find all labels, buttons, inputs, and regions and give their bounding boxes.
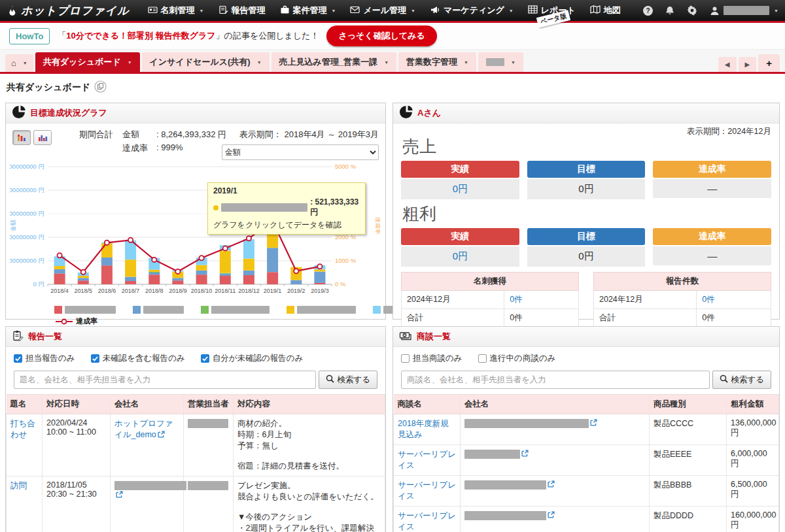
stat-card-header[interactable]: 達成率 [653,161,771,178]
stat-card-value[interactable]: 0円 [401,179,519,199]
nav-item-1[interactable]: 名刺管理▼ [148,5,204,16]
display-period: 表示期間： 2018年4月 ～ 2019年3月 [222,129,379,141]
stat-card-header[interactable]: 達成率 [653,228,771,245]
stat-card-粗利-実績: 実績0円 [401,228,519,267]
stat-card-粗利-達成率: 達成率— [653,228,771,267]
svg-text:1500000000 円: 1500000000 円 [10,210,44,217]
nav-item-2[interactable]: 報告管理 [218,5,266,16]
svg-text:2019/3: 2019/3 [311,288,329,294]
report-panel-title: 報告一覧 [28,331,62,342]
nav-item-5[interactable]: マーケティング▼ [430,5,514,16]
report-title-link[interactable]: 打ち合わせ [10,419,35,439]
chart-toggle-grouped-button[interactable] [33,130,52,145]
card-icon [148,5,158,16]
svg-text:1000 %: 1000 % [335,257,357,264]
dashboard-tab-4[interactable]: 営業数字管理▼ [398,52,476,72]
nav-item-4[interactable]: メール管理▼ [350,5,415,16]
pie-chart-icon [12,105,26,121]
money-icon: 0 [399,331,412,343]
tab-home[interactable]: ⌂▼ [5,54,33,72]
dashboard-tab-2[interactable]: インサイドセールス(共有)▼ [142,52,270,72]
help-icon[interactable]: ? [642,5,654,16]
stat-card-header[interactable]: 目標 [527,228,646,245]
chart-legend [6,305,385,314]
howto-banner: HowTo 「10分でできる！部署別 報告件数グラフ」の記事を公開しました！ さ… [0,23,785,50]
deal-column-header: 商品種別 [650,395,727,414]
deal-name-link[interactable]: 2018年度新規見込み [398,419,449,439]
gear-icon[interactable] [686,5,698,16]
bell-icon[interactable] [664,5,676,16]
stat-card-header[interactable]: 実績 [401,161,519,178]
chart-toggle-stacked-button[interactable] [12,130,31,145]
report-title-link[interactable]: 訪問 [10,481,27,490]
report-checkbox-3[interactable]: 自分が未確認の報告のみ [201,353,304,364]
nav-item-7[interactable]: 地図 [590,5,621,16]
stat-card-header[interactable]: 実績 [401,228,519,245]
deal-row-2: サーバーリプレイス製品EEEE6,000,000円 [394,445,779,476]
svg-text:2018/9: 2018/9 [169,288,187,294]
copy-icon[interactable] [94,80,107,95]
nav-item-3[interactable]: 案件管理▼ [280,5,336,16]
clipboard-pen-icon [12,330,24,344]
tab-scroll-right-button[interactable]: ▶ [739,57,757,72]
report-list-panel: 報告一覧 担当報告のみ未確認を含む報告のみ自分が未確認の報告のみ 検索する 題名… [5,326,386,532]
report-search-button[interactable]: 検索する [319,371,377,389]
deal-search-input[interactable] [401,371,710,389]
deal-row-3: サーバーリプレイス製品BBBB6,500,000円 [394,476,779,507]
tooltip-title: 2019/1 [213,186,360,195]
external-link-icon[interactable] [158,431,165,440]
external-link-icon[interactable] [548,480,555,490]
legend-item-2 [133,306,184,314]
dashboard-tab-3[interactable]: 売上見込み管理_営業一課▼ [271,52,396,72]
nav-item-6[interactable]: レポートベータ版 [528,5,576,16]
map-icon [590,5,601,16]
report-icon [218,5,228,16]
metric-select[interactable]: 金額 [222,144,379,160]
chevron-down-icon: ▼ [384,60,389,65]
dashboard-tab-5[interactable]: ▼ [478,52,523,72]
external-link-icon[interactable] [521,450,529,459]
deal-name-link[interactable]: サーバーリプレイス [398,480,456,501]
report-column-header: 対応日時 [43,395,111,414]
tab-add-button[interactable]: + [758,54,780,72]
mini-table-1: 名刺獲得2024年12月0件合計0件 [401,272,579,327]
mail-icon [350,6,360,16]
report-checkbox-1[interactable]: 担当報告のみ [14,353,75,364]
app-logo[interactable]: ホットプロファイル [7,3,130,18]
svg-text:2018/7: 2018/7 [122,288,140,294]
report-checkbox-2[interactable]: 未確認を含む報告のみ [91,353,185,364]
external-link-icon[interactable] [590,419,597,428]
external-link-icon[interactable] [548,511,555,520]
user-menu[interactable]: ▼ [708,5,778,16]
app-logo-text: ホットプロファイル [21,3,130,18]
goal-panel-header: 目標達成状況グラフ [6,103,385,124]
goal-chart[interactable]: 2500000000 円5000 %2000000000 円4000 %1500… [10,161,383,305]
chart-tooltip: 2019/1 : 521,333,333円 グラフをクリックしてデータを確認 [207,182,366,235]
top-navbar: ホットプロファイル 名刺管理▼報告管理案件管理▼メール管理▼マーケティング▼レポ… [0,0,785,23]
report-search-input[interactable] [14,371,316,389]
report-column-header: 営業担当者 [184,395,234,414]
external-link-icon[interactable] [116,491,123,500]
deal-checkbox-2[interactable]: 進行中の商談のみ [478,353,556,364]
report-row-2: 訪問2018/11/05 20:30 ~ 21:30プレゼン実施。 競合よりも良… [7,476,385,532]
dashboard-tabbar: ⌂▼ 共有ダッシュボード▼インサイドセールス(共有)▼売上見込み管理_営業一課▼… [0,50,785,74]
chevron-down-icon: ▼ [411,8,415,13]
stat-card-header[interactable]: 目標 [527,161,646,178]
deal-checkbox-1[interactable]: 担当商談のみ [401,353,462,364]
chart-type-toggles [12,130,52,145]
dashboard-tab-1[interactable]: 共有ダッシュボード▼ [35,52,140,72]
goal-chart-panel: 目標達成状況グラフ 期間合計 金額: 8,264,393,332 円 達成率: … [5,103,386,320]
svg-text:0 %: 0 % [335,280,346,288]
deal-filters: 担当商談のみ進行中の商談のみ [393,347,779,367]
tab-scroll-left-button[interactable]: ◀ [718,57,737,72]
legend-item-1 [54,306,116,314]
deal-name-link[interactable]: サーバーリプレイス [398,511,456,531]
howto-message: 「10分でできる！部署別 報告件数グラフ」の記事を公開しました！ [58,30,319,42]
deal-search-button[interactable]: 検索する [712,371,771,389]
howto-badge: HowTo [9,28,50,44]
home-icon: ⌂ [11,58,16,68]
deal-name-link[interactable]: サーバーリプレイス [398,450,456,470]
stat-card-value[interactable]: 0円 [401,246,519,267]
flame-logo-icon [7,5,18,16]
howto-confirm-button[interactable]: さっそく確認してみる [326,25,436,46]
